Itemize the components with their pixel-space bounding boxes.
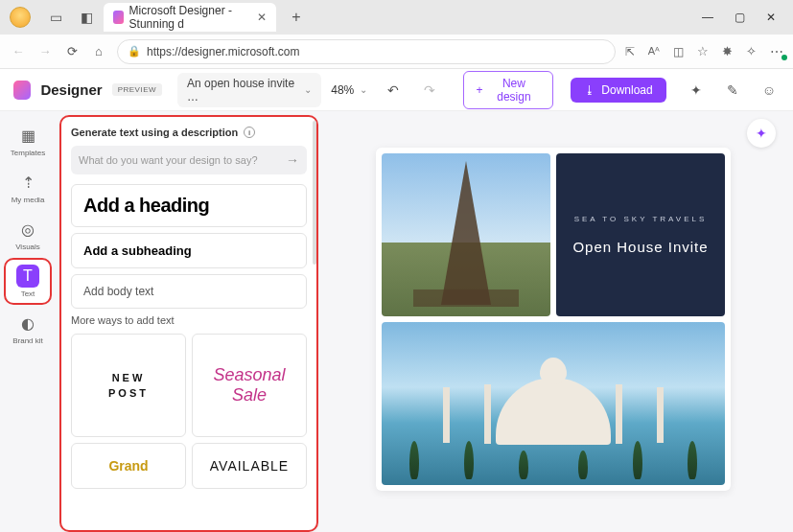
preset-line: Grand: [108, 458, 148, 474]
designer-favicon-icon: [113, 11, 124, 24]
profile-avatar[interactable]: [10, 7, 31, 28]
workspaces-icon[interactable]: ▭: [46, 8, 65, 27]
preset-grand[interactable]: Grand: [71, 443, 186, 489]
generate-placeholder: What do you want your design to say?: [79, 154, 286, 166]
preset-line: Seasonal: [213, 365, 285, 385]
rail-label: Visuals: [15, 243, 40, 251]
workspace: ▦ Templates ⇡ My media ◎ Visuals T Text …: [0, 111, 793, 532]
download-label: Download: [601, 83, 652, 97]
document-name-dropdown[interactable]: An open house invite … ⌄: [177, 73, 321, 107]
generate-text-header: Generate text using a description i: [71, 127, 307, 138]
browser-titlebar: ▭ ◧ Microsoft Designer - Stunning d ✕ + …: [0, 0, 793, 35]
rail-item-brandkit[interactable]: ◐ Brand kit: [6, 307, 50, 350]
undo-button[interactable]: ↶: [383, 79, 404, 102]
app-header: Designer PREVIEW An open house invite … …: [0, 69, 793, 111]
plus-icon: +: [476, 83, 482, 97]
rail-label: Text: [21, 289, 35, 298]
back-button[interactable]: ←: [10, 43, 27, 60]
help-icon[interactable]: ✎: [722, 79, 743, 102]
add-heading-card[interactable]: Add a heading: [71, 184, 307, 227]
canvas-image-eiffel[interactable]: [382, 153, 550, 316]
rail-label: My media: [12, 196, 45, 204]
app-title: Designer: [40, 81, 102, 98]
new-design-button[interactable]: + New design: [463, 71, 553, 109]
browser-tab[interactable]: Microsoft Designer - Stunning d ✕: [104, 3, 276, 32]
home-button[interactable]: ⌂: [90, 43, 107, 60]
brandkit-icon: ◐: [16, 312, 39, 335]
forward-button[interactable]: →: [36, 43, 54, 60]
left-rail: ▦ Templates ⇡ My media ◎ Visuals T Text …: [0, 111, 56, 532]
add-body-card[interactable]: Add body text: [71, 274, 307, 309]
panel-scrollbar[interactable]: [313, 121, 316, 265]
download-button[interactable]: ⭳ Download: [571, 78, 665, 103]
preset-seasonal-sale[interactable]: Seasonal Sale: [192, 334, 307, 437]
add-subheading-card[interactable]: Add a subheading: [71, 233, 307, 268]
tab-title: Microsoft Designer - Stunning d: [129, 4, 251, 31]
canvas-title: Open House Invite: [572, 239, 708, 255]
canvas-area[interactable]: ✦ SEA TO SKY TRAVELS Open House Invite: [318, 111, 793, 532]
zoom-value: 48%: [331, 83, 354, 97]
preset-line: AVAILABLE: [210, 458, 289, 474]
redo-button[interactable]: ↷: [419, 79, 440, 102]
minimize-button[interactable]: —: [702, 11, 713, 24]
preset-line: POST: [108, 385, 149, 402]
open-app-icon[interactable]: ⇱: [625, 45, 635, 58]
download-icon: ⭳: [584, 83, 595, 97]
document-name: An open house invite …: [187, 77, 298, 104]
canvas-image-tajmahal[interactable]: [382, 322, 725, 485]
url-input[interactable]: 🔒 https://designer.microsoft.com: [117, 39, 616, 64]
rail-label: Brand kit: [12, 336, 43, 345]
rail-item-text[interactable]: T Text: [6, 260, 50, 303]
templates-icon: ▦: [16, 124, 39, 147]
more-ways-label: More ways to add text: [71, 314, 307, 326]
collections-icon[interactable]: ✧: [746, 44, 757, 58]
design-canvas[interactable]: SEA TO SKY TRAVELS Open House Invite: [376, 148, 731, 491]
text-panel: Generate text using a description i What…: [59, 115, 318, 532]
close-tab-icon[interactable]: ✕: [257, 11, 267, 24]
settings-menu-icon[interactable]: ⋯: [770, 44, 783, 59]
add-heading-label: Add a heading: [83, 195, 294, 217]
preset-new-post[interactable]: NEW POST: [71, 334, 186, 437]
window-controls: — ▢ ✕: [702, 11, 787, 24]
text-icon: T: [16, 265, 39, 288]
maximize-button[interactable]: ▢: [735, 11, 745, 24]
text-preset-grid: NEW POST Seasonal Sale Grand AVAILABLE: [71, 334, 307, 489]
share-icon[interactable]: ✦: [686, 79, 707, 102]
preset-available[interactable]: AVAILABLE: [192, 443, 307, 489]
generate-submit-icon[interactable]: →: [286, 152, 299, 168]
url-text: https://designer.microsoft.com: [147, 45, 299, 58]
extensions-icon[interactable]: ✸: [722, 44, 733, 58]
rail-label: Templates: [11, 149, 45, 157]
preset-line: NEW: [108, 370, 149, 386]
read-aloud-icon[interactable]: Aᴬ: [648, 45, 660, 58]
add-body-label: Add body text: [83, 285, 294, 298]
generate-text-title: Generate text using a description: [71, 127, 238, 138]
lock-icon: 🔒: [128, 45, 141, 58]
refresh-button[interactable]: ⟳: [63, 43, 81, 60]
add-subheading-label: Add a subheading: [83, 243, 294, 258]
rail-item-templates[interactable]: ▦ Templates: [6, 119, 50, 162]
canvas-text-panel[interactable]: SEA TO SKY TRAVELS Open House Invite: [556, 153, 725, 316]
split-screen-icon[interactable]: ◫: [673, 45, 684, 58]
rail-item-visuals[interactable]: ◎ Visuals: [6, 213, 50, 256]
tab-actions-icon[interactable]: ◧: [77, 8, 96, 27]
designer-logo-icon: [13, 81, 31, 100]
ideas-sparkle-button[interactable]: ✦: [747, 119, 776, 148]
close-window-button[interactable]: ✕: [766, 11, 776, 24]
address-bar-actions: ⇱ Aᴬ ◫ ☆ ✸ ✧ ⋯: [625, 44, 783, 59]
favorite-icon[interactable]: ☆: [697, 44, 709, 58]
canvas-eyebrow: SEA TO SKY TRAVELS: [574, 215, 708, 223]
preview-badge: PREVIEW: [112, 83, 162, 96]
browser-address-bar: ← → ⟳ ⌂ 🔒 https://designer.microsoft.com…: [0, 35, 793, 69]
visuals-icon: ◎: [16, 218, 39, 241]
info-icon[interactable]: i: [244, 127, 255, 138]
generate-text-input[interactable]: What do you want your design to say? →: [71, 146, 307, 174]
chevron-down-icon: ⌄: [304, 84, 312, 95]
rail-item-mymedia[interactable]: ⇡ My media: [6, 166, 50, 209]
account-icon[interactable]: ☺: [758, 79, 780, 102]
zoom-control[interactable]: 48% ⌄: [331, 83, 367, 97]
new-tab-button[interactable]: +: [284, 5, 309, 30]
new-design-label: New design: [486, 77, 541, 104]
preset-line: Sale: [213, 385, 285, 405]
chevron-down-icon: ⌄: [360, 84, 367, 95]
